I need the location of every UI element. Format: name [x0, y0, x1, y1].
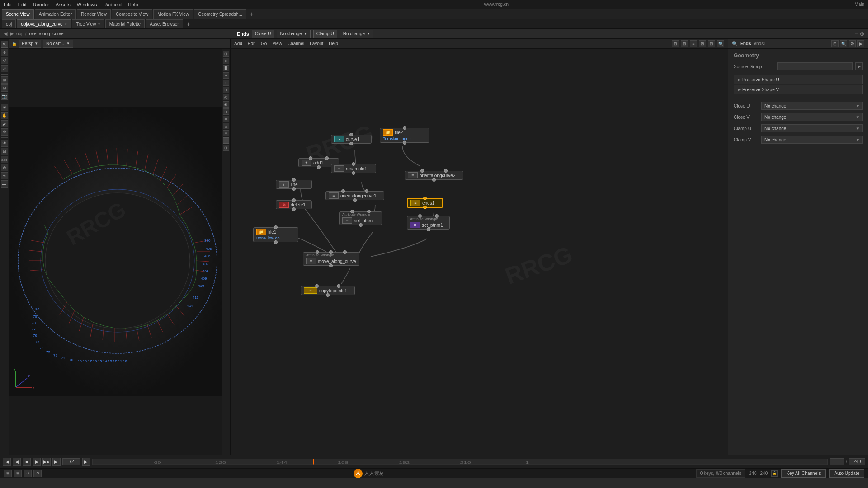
help-menu[interactable]: Help [128, 2, 138, 7]
stop-btn[interactable]: ■ [23, 458, 31, 466]
ctp1-port-top1[interactable] [315, 284, 319, 288]
render-menu[interactable]: Render [33, 2, 49, 7]
file-menu[interactable]: File [4, 2, 12, 7]
source-group-expand[interactable]: ▶ [855, 62, 863, 70]
resample1-node[interactable]: ≡ resample1 [331, 164, 376, 173]
paint-tool[interactable]: 🖌 [1, 120, 8, 127]
prev-frame-btn[interactable]: ◀ [13, 458, 21, 466]
add-menu[interactable]: Add [234, 41, 242, 46]
assets-menu[interactable]: Assets [56, 2, 71, 7]
ne-icon4[interactable]: ⊠ [699, 40, 706, 47]
set-ptnm1-node[interactable]: Attribute Wrangle ≡ set_ptnm1 [407, 216, 450, 230]
render-view-tab[interactable]: Render View [77, 9, 111, 19]
set-ptnm1-port-top2[interactable] [435, 214, 439, 218]
prop-icon3[interactable]: ⚙ [849, 40, 856, 47]
add-object-tab-btn[interactable]: + [184, 20, 193, 28]
timeline-track[interactable]: 60 120 144 168 192 216 1 [92, 459, 828, 465]
file1-port-bottom[interactable] [274, 240, 278, 244]
layout-menu[interactable]: Layout [310, 41, 323, 46]
obj-tab[interactable]: obj [2, 19, 16, 28]
set-ptnm1-port-bottom[interactable] [427, 228, 430, 231]
oc2-port-bottom[interactable] [432, 178, 436, 182]
vp-tool8[interactable]: ◉ [223, 101, 229, 108]
mac-port-top1[interactable] [316, 250, 319, 254]
delete1-port-bottom[interactable] [292, 207, 296, 211]
prop-icon1[interactable]: ⊟ [831, 40, 839, 47]
copytopoints1-node[interactable]: ≡ copytopoints1 [301, 286, 355, 295]
vp-tool4[interactable]: ↔ [223, 72, 229, 79]
forward-btn[interactable]: ▶ [10, 31, 14, 37]
bottom-tool1[interactable]: ⊞ [4, 470, 12, 477]
bottom-tool4[interactable]: ⚙ [33, 470, 42, 477]
prop-expand-icon[interactable]: ▶ [857, 40, 864, 47]
delete1-port-top[interactable] [292, 198, 296, 202]
mac-port-bottom[interactable] [329, 264, 333, 267]
close-v-dropdown[interactable]: No change ▼ [761, 113, 863, 121]
obj-breadcrumb[interactable]: obj [16, 31, 22, 36]
select-tool[interactable]: ↖ [1, 41, 8, 48]
vp-tool3[interactable]: ≣ [223, 65, 229, 71]
play-btn[interactable]: ▶ [33, 458, 41, 466]
ne-icon5[interactable]: ⊡ [708, 40, 715, 47]
play-all-btn[interactable]: ▶▶ [42, 458, 51, 466]
search-ne-icon[interactable]: 🔍 [717, 40, 724, 47]
delete1-node[interactable]: ⊗ delete1 [276, 200, 312, 209]
jump-start-btn[interactable]: |◀ [3, 458, 11, 466]
vp-tool5[interactable]: ↕ [223, 80, 229, 86]
text-tool[interactable]: abc [1, 156, 8, 163]
vp-tool10[interactable]: ⊗ [223, 116, 229, 122]
orientalongcurve2-node[interactable]: ≡ orientalongcurve2 [405, 171, 463, 180]
composite-view-tab[interactable]: Composite View [112, 9, 152, 19]
add1-port-bottom[interactable] [317, 165, 321, 169]
vp-tool2[interactable]: ≡ [223, 58, 229, 64]
tab-close-x[interactable]: × [65, 22, 67, 27]
oc1-port-bottom[interactable] [353, 198, 357, 202]
vp-tool9[interactable]: ⊕ [223, 108, 229, 115]
ne-icon2[interactable]: ⊞ [681, 40, 688, 47]
clamp-u-dropdown[interactable]: No change ▼ [761, 124, 863, 132]
ends1-node[interactable]: ≡ ends1 [407, 198, 443, 208]
set-ptnm1-port-top1[interactable] [418, 214, 422, 218]
oc2-port-top2[interactable] [444, 169, 448, 173]
next-frame-btn[interactable]: ▶| [52, 458, 61, 466]
file1-port-top[interactable] [274, 225, 278, 229]
frame-number-input[interactable]: 72 [62, 458, 80, 465]
oc1-port-top2[interactable] [365, 189, 368, 193]
curve1-port-top[interactable] [349, 133, 353, 136]
file2-node[interactable]: 📁 file2 Torusknot.bgeo [380, 128, 429, 143]
ctp1-port-top2[interactable] [337, 284, 340, 288]
minimize-icon[interactable]: − [855, 31, 858, 37]
go-menu[interactable]: Go [261, 41, 267, 46]
mac-port-top3[interactable] [343, 250, 347, 254]
frame-all-btn[interactable]: ⊟ [1, 148, 8, 155]
tree-view-tab[interactable]: Tree View × [72, 19, 104, 28]
camera-tool[interactable]: 📷 [1, 93, 8, 100]
auto-update-btn[interactable]: Auto Update [829, 469, 864, 478]
source-group-input[interactable] [777, 62, 853, 70]
tree-view-close[interactable]: × [98, 22, 100, 27]
bottom-tool2[interactable]: ⊟ [14, 470, 22, 477]
back-btn[interactable]: ◀ [4, 31, 7, 37]
no-change1-dropdown[interactable]: No change ▼ [277, 30, 310, 38]
set-ptnm-port-bottom[interactable] [359, 223, 363, 227]
geometry-spreadsh-tab[interactable]: Geometry Spreadsh... [194, 9, 246, 19]
vp-tool14[interactable]: ⊟ [223, 145, 229, 151]
orientalongcurve1-node[interactable]: ≡ orientalongcurve1 [326, 191, 384, 200]
move-tool[interactable]: ✛ [1, 49, 8, 56]
close-u-btn[interactable]: Close U [252, 30, 274, 38]
line1-port-top[interactable] [292, 178, 296, 182]
key-all-channels-btn[interactable]: Key AIl Channels [781, 469, 826, 478]
vp-tool11[interactable]: △ [223, 123, 229, 129]
jump-end-btn[interactable]: ▶| [82, 458, 90, 466]
radfield-menu[interactable]: Radfield [103, 2, 121, 7]
channel-menu[interactable]: Channel [288, 41, 304, 46]
pose-tool[interactable]: ✋ [1, 112, 8, 119]
material-palette-tab[interactable]: Material Palette [105, 19, 145, 28]
ends1-port-bottom[interactable] [423, 206, 427, 209]
view-ne-menu[interactable]: View [272, 41, 282, 46]
curve1-node[interactable]: ~ curve1 [331, 135, 372, 144]
ove-along-curve-tab[interactable]: obj/ove_along_curve × [17, 19, 71, 28]
file2-port-top[interactable] [403, 126, 406, 130]
set-ptnm-port-top1[interactable] [350, 210, 354, 213]
prop-icon2[interactable]: 🔍 [840, 40, 847, 47]
